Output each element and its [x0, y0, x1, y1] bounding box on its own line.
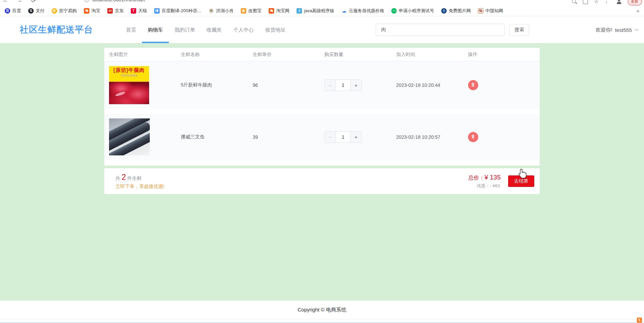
bookmark-free-images[interactable]: t免费图片网 [441, 8, 471, 14]
cnki-icon: 知 [478, 8, 483, 14]
bookmarks-bar: 百百度 S支付 苏苏宁易购 淘淘宝 JD京东 T天猫 译百度翻译-200种语… … [0, 5, 644, 16]
bookmark-taobao[interactable]: 淘淘宝 [84, 8, 100, 14]
bookmark-honghu[interactable]: 肖洪湖小肖 [209, 8, 234, 14]
total-label: 总价： [468, 175, 484, 180]
baidu-paw-icon: 百 [5, 8, 10, 14]
pay-icon: S [28, 8, 34, 14]
beef-banner-subtext: （无注水0添加） [109, 74, 149, 77]
total-price: ¥ 135 [484, 174, 501, 181]
wechat-bubble-icon: ⋯ [391, 8, 397, 14]
browser-toolbar: ← → ⟳ i localhost:8081/front/cart ☆ ↓ 更新 [0, 0, 644, 5]
product-name: 挪威三文鱼 [181, 134, 252, 140]
cart-row-salmon: 挪威三文鱼 39 − 1 + 2023-02-18 10:20:57 [104, 114, 540, 160]
delete-item-button[interactable] [468, 80, 478, 90]
bookmark-baidu[interactable]: 百百度 [5, 8, 21, 14]
col-header-qty: 购买数量 [324, 52, 396, 58]
nav-item-address[interactable]: 收货地址 [260, 16, 291, 43]
search-area: 搜索 [376, 24, 529, 36]
nav-item-profile[interactable]: 个人中心 [228, 16, 260, 43]
col-header-time: 加入时间 [396, 52, 468, 58]
nav-item-home[interactable]: 首页 [120, 16, 142, 43]
promo-text: 立即下单，享超值优惠! [115, 184, 164, 190]
nav-item-favorites[interactable]: 收藏夹 [201, 16, 228, 43]
browser-reload-icon[interactable]: ⟳ [31, 0, 36, 4]
honghu-avatar-icon: 肖 [209, 8, 214, 14]
address-bar-url[interactable]: localhost:8081/front/cart [92, 0, 145, 2]
search-button[interactable]: 搜索 [509, 24, 529, 36]
col-header-price: 生鲜单价 [253, 52, 324, 58]
total-price-line: 总价：¥ 135 [468, 174, 501, 182]
bookmark-gaitubao[interactable]: 改改图宝 [241, 8, 262, 14]
taobao-web-icon: 淘 [269, 8, 274, 14]
bookmark-java[interactable]: Jjava高级程序猿 [297, 8, 334, 14]
item-count-line: 共2件生鲜 [115, 173, 164, 182]
added-time: 2023-02-18 10:20:57 [396, 134, 468, 140]
user-menu[interactable]: 欢迎你! test555 [596, 26, 637, 33]
site-footer: Copyright © 电商系统 [0, 301, 644, 319]
site-info-icon[interactable]: i [84, 0, 89, 2]
discount-line: 优惠：- ¥63 [468, 183, 501, 189]
qty-decrease-button[interactable]: − [325, 80, 336, 91]
bookmark-baidu-translate[interactable]: 译百度翻译-200种语… [154, 8, 201, 14]
cart-summary: 共2件生鲜 立即下单，享超值优惠! 总价：¥ 135 优惠：- ¥63 去结算 [104, 168, 540, 194]
site-header: 社区生鲜配送平台 首页 购物车 我的订单 收藏夹 个人中心 收货地址 搜索 欢迎… [0, 16, 644, 43]
bookmark-cloud-server[interactable]: ☁云服务器优惠价格 [341, 8, 384, 14]
downloads-icon[interactable]: ↓ [605, 0, 610, 4]
trash-icon [471, 82, 475, 88]
discount-value: - ¥63 [490, 183, 500, 188]
main-nav: 首页 购物车 我的订单 收藏夹 个人中心 收货地址 [120, 16, 291, 43]
bookmark-pay[interactable]: S支付 [28, 8, 44, 14]
bookmark-miniprogram[interactable]: ⋯申请小程序测试号 [391, 8, 434, 14]
nav-item-orders[interactable]: 我的订单 [169, 16, 201, 43]
gaitubao-icon: 改 [241, 8, 246, 14]
translate-icon: 译 [154, 8, 160, 14]
product-image-beef[interactable]: [原切]牛腿肉 （无注水0添加） [109, 66, 149, 104]
bookmark-star-icon[interactable]: ☆ [594, 0, 599, 4]
added-time: 2023-02-18 10:20:44 [396, 82, 468, 88]
bookmark-jd[interactable]: JD京东 [107, 8, 124, 14]
page-content: 生鲜图片 生鲜名称 生鲜单价 购买数量 加入时间 操作 [原切]牛腿肉 （无注水… [0, 43, 644, 301]
bookmark-suning[interactable]: 苏苏宁易购 [52, 8, 77, 14]
count-prefix: 共 [115, 175, 120, 181]
delete-item-button[interactable] [468, 132, 478, 142]
search-input[interactable] [376, 24, 505, 36]
bookmarks-overflow-chevron[interactable]: » [637, 8, 639, 14]
qty-increase-button[interactable]: + [350, 132, 361, 142]
beef-photo [109, 82, 149, 104]
qty-decrease-button[interactable]: − [325, 132, 336, 142]
cart-table: 生鲜图片 生鲜名称 生鲜单价 购买数量 加入时间 操作 [原切]牛腿肉 （无注水… [104, 48, 540, 166]
count-suffix: 件生鲜 [127, 175, 142, 181]
qty-value[interactable]: 1 [336, 80, 350, 91]
qty-increase-button[interactable]: + [350, 80, 361, 91]
beef-banner-text: [原切]牛腿肉 [109, 66, 149, 74]
bookmark-tmall[interactable]: T天猫 [131, 8, 147, 14]
site-logo[interactable]: 社区生鲜配送平台 [20, 24, 93, 36]
checkout-button[interactable]: 去结算 [508, 175, 534, 187]
qty-value[interactable]: 1 [336, 132, 350, 142]
tmall-icon: T [131, 8, 136, 14]
browser-back-icon[interactable]: ← [3, 0, 8, 4]
product-price: 96 [253, 82, 324, 88]
welcome-text: 欢迎你! [596, 26, 612, 33]
cloud-icon: ☁ [341, 8, 347, 14]
browser-forward-icon[interactable]: → [17, 0, 22, 4]
suning-lion-icon: 苏 [52, 8, 57, 14]
cart-row-beef: [原切]牛腿肉 （无注水0添加） 5斤新鲜牛腿肉 96 − 1 + 2023-0… [104, 61, 540, 109]
bookmark-cnki[interactable]: 知中国知网 [478, 8, 503, 14]
profile-avatar-icon[interactable] [616, 0, 622, 4]
product-image-salmon[interactable] [109, 118, 150, 155]
discount-label: 优惠： [477, 183, 490, 188]
cart-table-header: 生鲜图片 生鲜名称 生鲜单价 购买数量 加入时间 操作 [104, 48, 540, 61]
toolbar-search-icon[interactable] [572, 0, 577, 4]
toolbar-extension-icon[interactable] [583, 0, 588, 4]
col-header-name: 生鲜名称 [181, 52, 252, 58]
browser-update-button[interactable]: 更新 [628, 0, 642, 5]
jd-icon: JD [107, 8, 113, 14]
java-tv-icon: J [297, 8, 302, 14]
product-price: 39 [253, 134, 324, 140]
nav-item-cart[interactable]: 购物车 [142, 16, 169, 43]
floating-widget-icon[interactable]: 5 [637, 318, 642, 323]
taobao-icon: 淘 [84, 8, 89, 14]
more-dots-icon: ⋮ [640, 314, 643, 316]
bookmark-taobao-web[interactable]: 淘淘宝网 [269, 8, 289, 14]
